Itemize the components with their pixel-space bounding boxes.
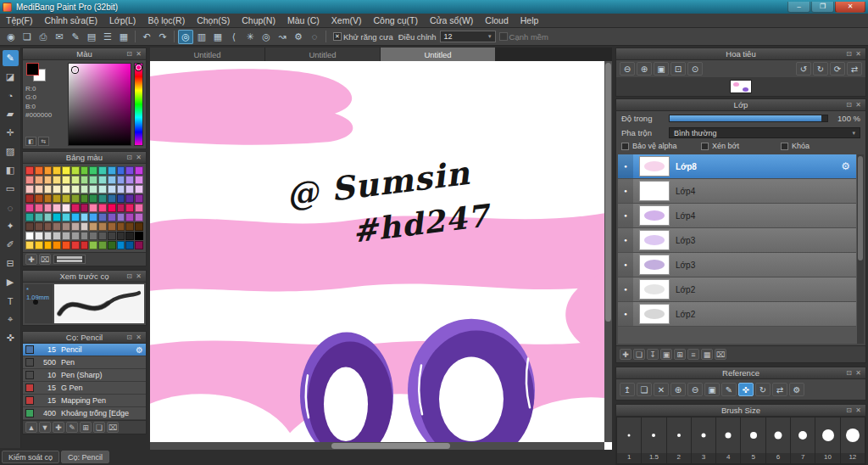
brush-control-tab[interactable]: Kiểm soát cọ xyxy=(2,451,59,463)
color-swatch[interactable] xyxy=(62,213,70,221)
layer-visibility-icon[interactable]: ● xyxy=(618,154,633,178)
redo-icon[interactable]: ↷ xyxy=(155,30,170,44)
clear-layer-icon[interactable]: ▦ xyxy=(701,349,713,360)
snap-cross-icon[interactable]: ▦ xyxy=(210,30,225,44)
brush-item[interactable]: 10Pen (Sharp) xyxy=(23,369,146,382)
color-swatch[interactable] xyxy=(135,166,143,175)
color-swatch[interactable] xyxy=(81,166,89,175)
color-swatch[interactable] xyxy=(53,222,61,231)
color-swatch[interactable] xyxy=(35,232,43,240)
color-swatch[interactable] xyxy=(117,185,125,193)
menu-item-1[interactable]: Chỉnh sửa(E) xyxy=(39,14,103,27)
color-swatch[interactable] xyxy=(81,204,89,212)
color-swatch[interactable] xyxy=(71,194,80,203)
navigator-preview[interactable] xyxy=(616,77,865,96)
hand-tool-icon[interactable]: ✜ xyxy=(3,330,19,346)
snap-vanishing-icon[interactable]: ⟨ xyxy=(226,30,242,44)
color-swatch[interactable] xyxy=(53,176,61,184)
color-swatch[interactable] xyxy=(98,241,107,249)
color-swatch[interactable] xyxy=(53,194,61,203)
foreground-color-swatch[interactable] xyxy=(26,63,39,76)
maximize-button[interactable]: ❐ xyxy=(811,2,834,13)
float-panel-icon[interactable]: ⊡ xyxy=(844,406,854,414)
color-swatch[interactable] xyxy=(108,204,116,212)
document-tab-0[interactable]: Untitled xyxy=(150,48,264,61)
hue-slider[interactable] xyxy=(134,63,143,146)
close-panel-icon[interactable]: ✕ xyxy=(134,272,143,280)
color-swatch[interactable] xyxy=(125,204,134,212)
menu-item-9[interactable]: Cửa sổ(W) xyxy=(424,14,479,27)
lock-checkbox[interactable] xyxy=(781,143,788,150)
color-swatch[interactable] xyxy=(108,176,116,184)
reset-zoom-icon[interactable]: ⊙ xyxy=(687,62,703,76)
color-swatch[interactable] xyxy=(53,241,61,249)
vertical-scrollbar[interactable] xyxy=(604,61,612,442)
picker-marker[interactable] xyxy=(72,67,78,73)
layer-row[interactable]: ●Lớp2 xyxy=(618,277,856,302)
color-swatch[interactable] xyxy=(25,166,34,175)
color-swatch[interactable] xyxy=(62,166,70,175)
color-swatch[interactable] xyxy=(81,222,89,231)
edit-brush-icon[interactable]: ✎ xyxy=(66,422,78,433)
color-swatch[interactable] xyxy=(117,222,125,231)
zoom-out-icon[interactable]: ⊖ xyxy=(687,383,703,396)
color-swatch[interactable] xyxy=(98,194,107,203)
color-swatch[interactable] xyxy=(89,241,97,249)
menu-item-8[interactable]: Công cụ(T) xyxy=(367,14,424,27)
delete-layer-icon[interactable]: ⌧ xyxy=(715,349,726,360)
horizontal-scrollbar[interactable] xyxy=(150,442,604,450)
color-swatch[interactable] xyxy=(71,176,80,184)
color-swatch[interactable] xyxy=(71,213,80,221)
color-swatch[interactable] xyxy=(44,176,53,184)
brush-tool-icon[interactable]: ✎ xyxy=(3,50,19,66)
color-swatch[interactable] xyxy=(35,194,43,203)
new-folder-icon[interactable]: ▣ xyxy=(660,349,672,360)
reset-rotation-icon[interactable]: ⟳ xyxy=(830,62,845,76)
color-swatch[interactable] xyxy=(135,241,143,249)
color-swatch[interactable] xyxy=(125,222,134,231)
sync-icon[interactable]: ◉ xyxy=(3,30,19,44)
color-swatch[interactable] xyxy=(62,222,70,231)
eyedropper-tool-icon[interactable]: ⌖ xyxy=(3,311,19,328)
clipping-checkbox[interactable] xyxy=(701,143,709,150)
color-swatch[interactable] xyxy=(117,213,125,221)
layer-visibility-icon[interactable]: ● xyxy=(618,179,633,203)
color-swatch[interactable] xyxy=(108,232,116,240)
layer-row[interactable]: ●Lớp8⚙ xyxy=(618,154,856,179)
color-swatch[interactable] xyxy=(98,222,107,231)
layer-list-scrollbar-thumb[interactable] xyxy=(858,156,863,261)
layer-list-scrollbar[interactable] xyxy=(857,154,864,344)
color-swatch[interactable] xyxy=(25,232,34,240)
color-swatch[interactable] xyxy=(62,232,70,240)
color-swatch[interactable] xyxy=(108,213,116,221)
layer-visibility-icon[interactable]: ● xyxy=(618,228,633,252)
color-swatch[interactable] xyxy=(98,232,107,240)
brush-item[interactable]: 400Khoảng trống [Edge xyxy=(23,407,146,420)
color-swatch[interactable] xyxy=(89,222,97,231)
color-swatch[interactable] xyxy=(62,185,70,193)
panel-layout-icon[interactable]: ▤ xyxy=(84,30,99,44)
color-swatch[interactable] xyxy=(108,185,116,193)
menu-item-7[interactable]: Xem(V) xyxy=(326,14,368,27)
copy-layer-icon[interactable]: ⊞ xyxy=(674,349,686,360)
color-swatch[interactable] xyxy=(44,241,53,249)
color-swatch[interactable] xyxy=(44,222,53,231)
color-swatch[interactable] xyxy=(108,194,116,203)
color-swatch[interactable] xyxy=(62,194,70,203)
color-swatch[interactable] xyxy=(44,232,53,240)
color-swatch[interactable] xyxy=(25,194,34,203)
color-swatch[interactable] xyxy=(135,204,143,212)
clear-icon[interactable]: ✕ xyxy=(654,383,669,396)
move-up-icon[interactable]: ▲ xyxy=(25,422,37,433)
alpha-protect-option[interactable]: Bảo vệ alpha xyxy=(621,142,701,150)
layer-row[interactable]: ●Lớp3 xyxy=(618,228,856,253)
brush-folder-icon[interactable]: ❏ xyxy=(93,422,105,433)
duplicate-brush-icon[interactable]: ⊞ xyxy=(80,422,92,433)
color-swatch[interactable] xyxy=(81,213,89,221)
menu-item-3[interactable]: Bộ lọc(R) xyxy=(142,14,191,27)
close-panel-icon[interactable]: ✕ xyxy=(134,333,143,341)
close-button[interactable]: ✕ xyxy=(835,2,865,13)
color-swatch[interactable] xyxy=(98,213,107,221)
brush-size-cell[interactable]: 3 xyxy=(692,417,715,463)
close-panel-icon[interactable]: ✕ xyxy=(134,154,143,161)
